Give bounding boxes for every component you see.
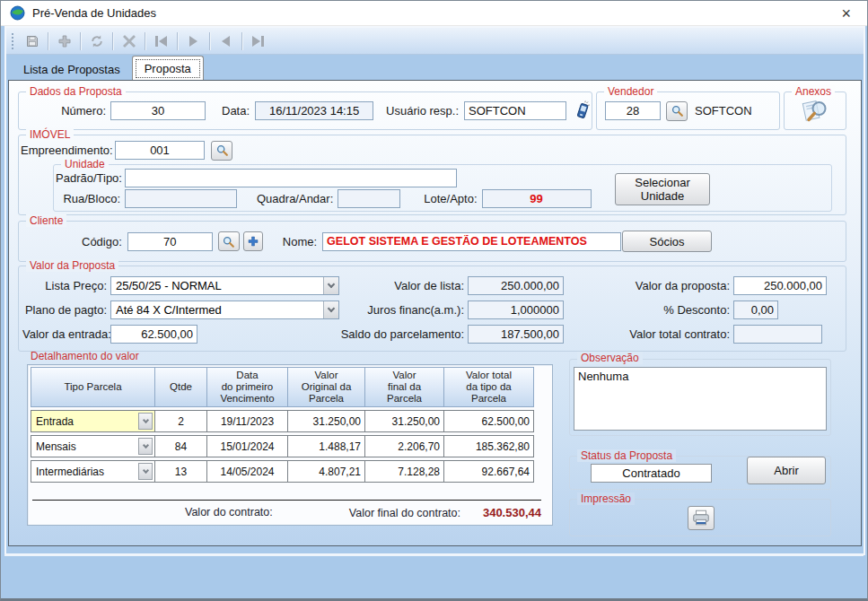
vendedor-lookup-button[interactable]: [666, 101, 688, 121]
chevron-down-icon[interactable]: [138, 438, 153, 455]
plus-icon: [248, 236, 259, 247]
tipo-parcela-value: Entrada: [36, 415, 74, 428]
cliente-lookup-button[interactable]: [218, 231, 240, 251]
add-button[interactable]: [52, 30, 76, 52]
cell-data-vencimento[interactable]: 19/11/2023: [206, 410, 288, 432]
footer-divider: [32, 500, 541, 501]
group-title: Anexos: [792, 85, 835, 98]
tab-lista-de-propostas[interactable]: Lista de Propostas: [12, 58, 132, 80]
grid-header-row: Tipo Parcela Qtde Data do primeiro Venci…: [31, 367, 533, 407]
last-record-button[interactable]: [246, 30, 270, 52]
numero-input[interactable]: [110, 101, 206, 120]
tab-lista-label: Lista de Propostas: [23, 63, 120, 76]
cell-tipo-parcela[interactable]: Mensais: [31, 435, 155, 457]
juros-label: Juros financ(a.m.):: [279, 303, 464, 317]
empreendimento-input[interactable]: [115, 141, 205, 160]
valor-entrada-input[interactable]: [110, 325, 197, 344]
cell-valor-total[interactable]: 62.500,00: [443, 410, 534, 432]
rua-bloco-label: Rua/Bloco:: [56, 192, 120, 205]
quadra-andar-input[interactable]: [338, 189, 400, 208]
cell-tipo-parcela[interactable]: Entrada: [31, 410, 155, 432]
cliente-nome-input[interactable]: [322, 232, 621, 251]
rua-bloco-input[interactable]: [125, 189, 237, 208]
cell-data-vencimento[interactable]: 15/01/2024: [206, 435, 288, 457]
cell-valor-final[interactable]: 2.206,70: [364, 435, 444, 457]
close-button[interactable]: ×: [834, 5, 858, 22]
table-row: Entrada 2 19/11/2023 31.250,00 31.250,00…: [31, 410, 533, 432]
lote-apto-input[interactable]: [482, 189, 592, 208]
group-status-da-proposta: Status da Proposta Contratado Abrir: [569, 456, 831, 490]
cell-tipo-parcela[interactable]: Intermediárias: [31, 460, 155, 483]
cell-qtde[interactable]: 84: [154, 435, 207, 457]
toolbar-separator: [112, 32, 113, 50]
cell-valor-original[interactable]: 1.488,17: [287, 435, 365, 457]
nome-label: Nome:: [283, 235, 317, 248]
padrao-tipo-label: Padrão/Tipo:: [56, 171, 120, 185]
chevron-down-icon[interactable]: [138, 413, 153, 430]
next-record-button[interactable]: [181, 30, 206, 52]
phone-button[interactable]: [574, 100, 592, 121]
cell-valor-final[interactable]: 31.250,00: [364, 410, 444, 432]
observacao-textarea[interactable]: Nenhuma: [574, 367, 827, 431]
desconto-input[interactable]: [733, 300, 778, 319]
abrir-button[interactable]: Abrir: [747, 457, 826, 484]
cell-valor-original[interactable]: 31.250,00: [287, 410, 365, 432]
group-impressao: Impressão: [569, 499, 831, 536]
col-header-qtde: Qtde: [154, 367, 207, 407]
juros-input[interactable]: [468, 300, 564, 319]
magnifier-icon: [223, 236, 234, 248]
data-input[interactable]: [255, 101, 373, 120]
group-title: Dados da Proposta: [26, 85, 126, 98]
cell-valor-total[interactable]: 185.362,80: [443, 435, 534, 457]
vendedor-codigo-input[interactable]: [605, 101, 661, 120]
cell-qtde[interactable]: 13: [154, 460, 207, 483]
col-header-data-vencimento: Data do primeiro Vencimento: [206, 367, 288, 407]
app-window: Pré-Venda de Unidades ×: [0, 0, 868, 601]
magnifier-icon: [216, 144, 228, 156]
previous-record-button[interactable]: [214, 30, 238, 52]
group-title: Status da Proposta: [577, 449, 676, 462]
toolbar-separator: [241, 32, 242, 50]
delete-icon: [122, 34, 136, 48]
cell-valor-final[interactable]: 7.128,28: [364, 460, 444, 483]
anexos-view-button[interactable]: [798, 97, 832, 125]
cliente-codigo-input[interactable]: [127, 232, 213, 251]
save-button[interactable]: [20, 30, 44, 52]
valor-total-contrato-input[interactable]: [733, 325, 822, 344]
previous-record-icon: [222, 36, 230, 47]
cell-qtde[interactable]: 2: [154, 410, 207, 432]
valor-lista-label: Valor de lista:: [279, 279, 464, 292]
toolbar-separator: [48, 32, 48, 50]
status-value-box[interactable]: Contratado: [591, 464, 712, 483]
print-button[interactable]: [688, 506, 715, 530]
toolbar-grip[interactable]: [12, 33, 15, 49]
padrao-tipo-input[interactable]: [125, 169, 457, 187]
tab-proposta[interactable]: Proposta: [132, 56, 204, 80]
quadra-andar-label: Quadra/Andar:: [257, 192, 333, 205]
group-title: Observação: [577, 352, 643, 364]
first-record-button[interactable]: [149, 30, 173, 52]
cell-valor-total[interactable]: 92.667,64: [443, 460, 534, 483]
cliente-add-button[interactable]: [243, 231, 263, 251]
plano-pagto-label: Plano de pagto:: [22, 303, 107, 317]
empreendimento-lookup-button[interactable]: [211, 141, 232, 161]
valor-lista-input[interactable]: [468, 276, 564, 295]
cell-data-vencimento[interactable]: 14/05/2024: [206, 460, 288, 483]
group-valor-da-proposta: Valor da Proposta Lista Preço: 25/50/25 …: [18, 266, 846, 352]
refresh-button[interactable]: [84, 30, 109, 52]
valor-proposta-input[interactable]: [733, 276, 827, 295]
col-header-valor-total: Valor total da tipo da Parcela: [443, 367, 534, 407]
cell-valor-original[interactable]: 4.807,21: [287, 460, 365, 483]
desconto-label: % Desconto:: [563, 303, 730, 317]
usuario-input[interactable]: [464, 101, 566, 120]
socios-button[interactable]: Sócios: [622, 231, 712, 252]
chevron-down-icon[interactable]: [138, 463, 153, 480]
table-row: Mensais 84 15/01/2024 1.488,17 2.206,70 …: [31, 435, 533, 457]
grid-footer: Valor do contrato: Valor final do contra…: [28, 506, 552, 520]
selecionar-unidade-button[interactable]: Selecionar Unidade: [615, 173, 710, 205]
valor-entrada-label: Valor da entrada:: [22, 327, 107, 341]
window-inner-edge: [4, 554, 864, 556]
saldo-parcelamento-input[interactable]: [468, 325, 564, 344]
group-title: Cliente: [26, 214, 66, 227]
delete-button[interactable]: [117, 30, 141, 52]
